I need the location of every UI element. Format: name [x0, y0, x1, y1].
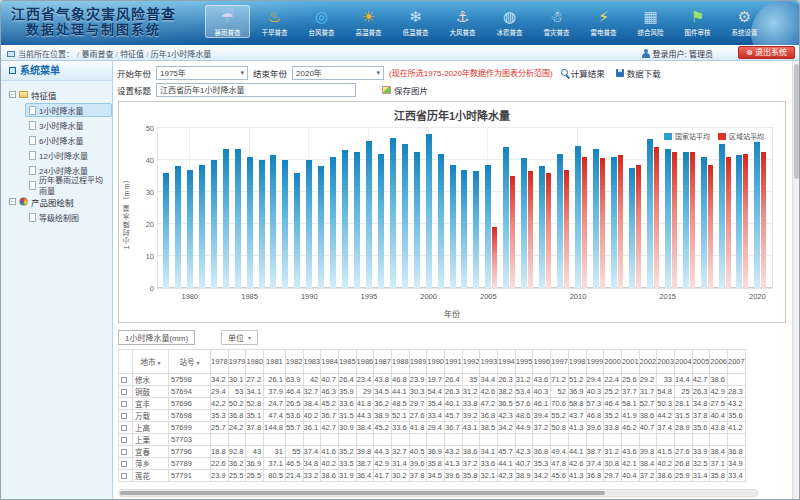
breadcrumb-link[interactable]: 历年1小时降水量	[151, 50, 211, 59]
vertical-scrollbar[interactable]	[792, 61, 799, 499]
sidebar-group-产品图绘制[interactable]: −产品图绘制	[9, 194, 112, 209]
toolbar-item-干旱普查[interactable]: ♨干旱普查	[252, 5, 297, 38]
value-cell: 44.1	[568, 446, 586, 458]
value-cell: 38.6	[462, 446, 480, 458]
data-download-button[interactable]: 数据下载	[613, 66, 664, 80]
toolbar-item-雷电普查[interactable]: ⚡雷电普查	[581, 5, 626, 38]
value-cell: 27.5	[710, 398, 728, 410]
value-cell: 46.1	[533, 398, 551, 410]
query-form: 开始年份 1975年▾ 结束年份 2020年▾ (现在所选1975-2020年数…	[117, 64, 787, 98]
sidebar-group-特征值[interactable]: −特征值	[9, 87, 112, 102]
row-select-cell[interactable]	[119, 458, 133, 470]
toolbar-item-台风普查[interactable]: ◎台风普查	[299, 5, 344, 38]
value-cell: 26.8	[674, 458, 692, 470]
toolbar-item-图件审核[interactable]: ⚑图件审核	[675, 5, 720, 38]
sidebar-item-等级绘制图[interactable]: 等级绘制图	[25, 210, 112, 224]
horizontal-scrollbar[interactable]	[118, 489, 758, 497]
sidebar-item-1小时降水量[interactable]: 1小时降水量	[25, 103, 112, 117]
value-cell: 23.4	[356, 374, 374, 386]
value-cell: 24.2	[228, 422, 246, 434]
value-cell: 35.4	[427, 398, 445, 410]
chart-bar-national	[187, 170, 193, 288]
toolbar-item-系统设置[interactable]: ⚙系统设置	[722, 5, 767, 38]
chart-bar-national	[318, 166, 324, 288]
breadcrumb-link[interactable]: 特征值	[120, 50, 144, 59]
value-cell: 25.5	[228, 470, 246, 482]
year-column-header: 2000	[604, 350, 622, 374]
value-cell: 43	[246, 446, 264, 458]
value-cell: 40.4	[710, 410, 728, 422]
value-cell: 35.3	[211, 410, 229, 422]
value-cell: 54.8	[657, 386, 675, 398]
chart-bar-national	[390, 138, 396, 288]
row-select-cell[interactable]	[119, 398, 133, 410]
value-cell: 58.1	[621, 398, 639, 410]
sidebar-item-3小时降水量[interactable]: 3小时降水量	[25, 118, 112, 132]
toolbar-item-大风普查[interactable]: ⚓大风普查	[440, 5, 485, 38]
toolbar-item-综合风险[interactable]: ▦综合风险	[628, 5, 673, 38]
bar-group-1996	[378, 128, 384, 288]
value-cell: 55.7	[285, 422, 303, 434]
value-cell: 32.7	[391, 446, 409, 458]
row-select-cell[interactable]	[119, 446, 133, 458]
value-cell: 30.8	[604, 458, 622, 470]
chart-bar-national	[402, 144, 408, 288]
exit-system-button[interactable]: ⊗ 退出系统	[738, 46, 795, 59]
bar-group-2005: 2005	[485, 128, 497, 288]
row-select-cell[interactable]	[119, 410, 133, 422]
value-cell: 28.1	[674, 398, 692, 410]
toolbar-item-高温普查[interactable]: ☀高温普查	[346, 5, 391, 38]
expand-icon[interactable]: −	[9, 91, 16, 98]
value-cell: 43.1	[462, 422, 480, 434]
calc-result-button[interactable]: 计算结果	[558, 66, 608, 80]
hail-icon: ◍	[487, 6, 532, 28]
toolbar-item-雪灾普查[interactable]: ☃雪灾普查	[534, 5, 579, 38]
value-cell: 42.7	[321, 422, 339, 434]
value-cell: 46.2	[621, 422, 639, 434]
hscroll-thumb[interactable]	[120, 491, 605, 495]
sidebar-item-12小时降水量[interactable]: 12小时降水量	[25, 148, 112, 162]
value-cell: 39.6	[445, 470, 463, 482]
value-cell: 35.2	[604, 410, 622, 422]
value-cell	[621, 434, 639, 446]
end-year-select[interactable]: 2020年▾	[292, 66, 384, 80]
toolbar-item-低温普查[interactable]: ❄低温普查	[393, 5, 438, 38]
row-select-cell[interactable]	[119, 470, 133, 482]
save-image-button[interactable]: 保存图片	[379, 83, 431, 97]
sidebar-item-历年暴雨过程平均雨量[interactable]: 历年暴雨过程平均雨量	[25, 178, 112, 192]
bar-group-1997	[390, 128, 396, 288]
toolbar-item-label: 雪灾普查	[534, 28, 579, 37]
save-disk-icon	[616, 69, 624, 77]
y-tick-label: 30	[146, 188, 154, 197]
unit-dropdown[interactable]: 单位▾	[221, 330, 258, 345]
breadcrumb-link[interactable]: 暴雨普查	[81, 50, 113, 59]
value-cell: 44.2	[657, 410, 675, 422]
city-column-filter[interactable]: 地市 ▾	[133, 350, 169, 374]
toolbar-item-暴雨普查[interactable]: ☔暴雨普查	[205, 5, 250, 38]
vscroll-thumb[interactable]	[794, 64, 799, 179]
chart-bar-regional	[761, 152, 766, 288]
expand-icon[interactable]: −	[9, 198, 16, 205]
value-cell: 50.8	[551, 422, 569, 434]
row-select-cell[interactable]	[119, 422, 133, 434]
value-cell: 52.7	[639, 398, 657, 410]
chart-title-input[interactable]	[156, 83, 356, 97]
row-select-cell[interactable]	[119, 374, 133, 386]
station-cell: 57789	[169, 458, 211, 470]
chart-bar-national	[450, 165, 456, 288]
value-cell: 27.2	[246, 374, 264, 386]
row-select-cell[interactable]	[119, 386, 133, 398]
toolbar-item-冰雹普查[interactable]: ◍冰雹普查	[487, 5, 532, 38]
bar-group-1982	[211, 128, 217, 288]
bar-group-2001	[438, 128, 444, 288]
value-cell: 28.3	[728, 386, 746, 398]
start-year-select[interactable]: 1975年▾	[156, 66, 248, 80]
bar-group-2007	[521, 128, 533, 288]
row-select-cell[interactable]	[119, 434, 133, 446]
station-cell: 57699	[169, 422, 211, 434]
value-cell: 42.3	[498, 470, 516, 482]
sidebar-item-6小时降水量[interactable]: 6小时降水量	[25, 133, 112, 147]
station-column-filter[interactable]: 站号 ▾	[169, 350, 211, 374]
value-cell	[246, 434, 264, 446]
legend-item: 国家站平均	[664, 131, 710, 141]
